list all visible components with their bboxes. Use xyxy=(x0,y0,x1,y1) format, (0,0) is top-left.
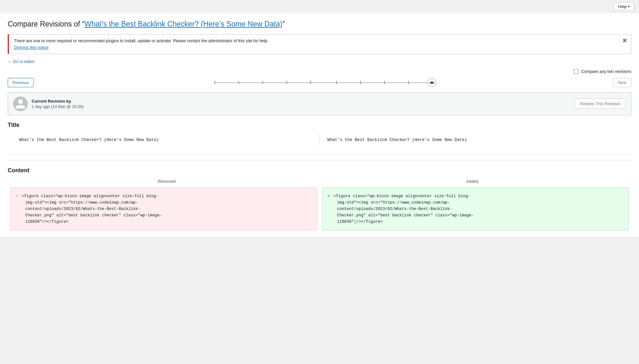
page-title: Compare Revisions of “What’s the Best Ba… xyxy=(8,19,631,29)
compare-any-two: Compare any two revisions xyxy=(573,69,631,74)
help-button[interactable]: Help xyxy=(614,3,634,11)
added-highlight xyxy=(354,220,356,224)
title-section-heading: Title xyxy=(8,122,631,128)
post-title-link[interactable]: What’s the Best Backlink Checker? (Here’… xyxy=(84,20,282,28)
diff-labels-row: Removed Added xyxy=(8,179,631,184)
removed-marker: - xyxy=(16,194,18,198)
revision-info-row: Current Revision by 1 day ago (14 Mar @ … xyxy=(8,92,631,115)
go-to-editor-link[interactable]: ← Go to editor xyxy=(8,59,35,64)
revision-author: Current Revision by 1 day ago (14 Mar @ … xyxy=(13,97,84,111)
diff-code-added: + <figure class="wp-block-image aligncen… xyxy=(322,188,629,230)
nav-row: Previous ◀▶ xyxy=(8,78,631,87)
notice-box: There are one or more required or recomm… xyxy=(8,34,631,54)
compare-any-two-label: Compare any two revisions xyxy=(581,69,631,74)
notice-close-button[interactable]: ✖ xyxy=(622,38,627,43)
diff-title-left: What's the Best Backlink Checker? (Here'… xyxy=(14,134,317,146)
revision-slider[interactable]: ◀▶ xyxy=(37,82,610,83)
notice-text: There are one or more required or recomm… xyxy=(14,38,626,43)
content-section-heading: Content xyxy=(8,167,631,174)
diff-section: Title What's the Best Backlink Checker? … xyxy=(8,122,631,230)
restore-revision-button[interactable]: Restore This Revision xyxy=(574,98,626,109)
diff-title-row: What's the Best Backlink Checker? (Here'… xyxy=(8,134,631,146)
next-button[interactable]: Next xyxy=(613,78,631,87)
compare-toolbar: Compare any two revisions xyxy=(8,69,631,74)
diff-code-row: - <figure class="wp-block-image aligncen… xyxy=(8,188,631,230)
slider-handle[interactable]: ◀▶ xyxy=(427,78,436,87)
dismiss-notice-link[interactable]: Dismiss this notice xyxy=(14,45,49,50)
removed-label: Removed xyxy=(14,179,320,184)
diff-title-right: What's the Best Backlink Checker? (Here'… xyxy=(322,134,625,146)
previous-button[interactable]: Previous xyxy=(8,78,34,87)
user-avatar-icon xyxy=(15,98,26,110)
revision-date: 1 day ago (14 Mar @ 15:30) xyxy=(32,104,84,109)
go-to-editor: ← Go to editor xyxy=(8,59,631,64)
removed-code-text: <figure class="wp-block-image aligncente… xyxy=(16,194,162,224)
content-section: Content Removed Added - <figure class="w… xyxy=(8,160,631,230)
compare-any-two-checkbox[interactable] xyxy=(573,69,579,74)
added-marker: + xyxy=(328,194,330,198)
diff-code-removed: - <figure class="wp-block-image aligncen… xyxy=(10,188,317,230)
added-code-text: <figure class="wp-block-image aligncente… xyxy=(328,194,474,224)
added-label: Added xyxy=(320,179,625,184)
revision-meta: Current Revision by 1 day ago (14 Mar @ … xyxy=(32,99,84,109)
avatar xyxy=(13,97,28,111)
revision-label: Current Revision by xyxy=(32,99,84,104)
